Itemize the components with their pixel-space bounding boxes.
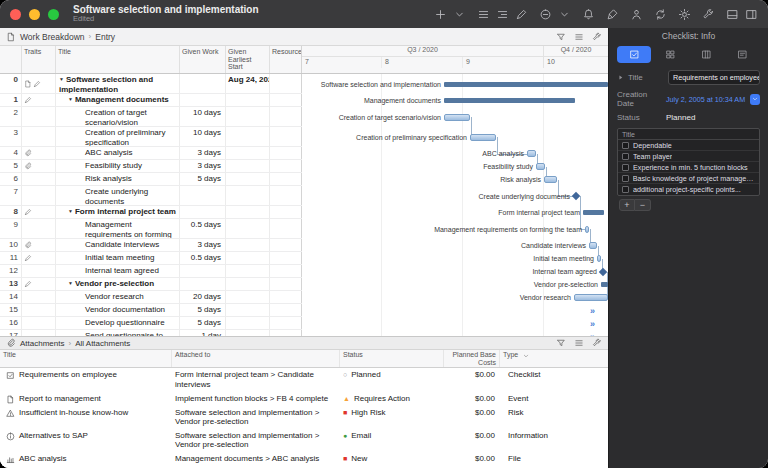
bell-button[interactable] bbox=[582, 8, 595, 21]
rows-icon[interactable] bbox=[574, 32, 584, 42]
wrench-icon[interactable] bbox=[592, 32, 602, 42]
status-value[interactable]: Planned bbox=[666, 113, 695, 122]
attachment-row[interactable]: Insufficient in-house know-howSoftware s… bbox=[0, 406, 608, 429]
gear-button[interactable] bbox=[678, 8, 691, 21]
gantt-task-bar[interactable] bbox=[585, 226, 589, 233]
col-header-traits[interactable]: Traits bbox=[22, 46, 56, 73]
chevron-down-button[interactable] bbox=[558, 8, 571, 21]
gantt-milestone[interactable] bbox=[572, 192, 580, 200]
gantt-task-bar[interactable] bbox=[444, 114, 470, 121]
wbs-row-4[interactable]: 4ABC analysis3 days bbox=[0, 147, 302, 160]
wbs-row-5[interactable]: 5Feasibility study3 days bbox=[0, 160, 302, 173]
chevron-down-icon[interactable] bbox=[522, 352, 530, 360]
gantt-milestone[interactable] bbox=[599, 267, 607, 275]
attachment-row[interactable]: ABC analysisManagement documents > ABC a… bbox=[0, 452, 608, 466]
indent-button[interactable] bbox=[496, 8, 509, 21]
wbs-row-17[interactable]: 17Send questionnaire to pre-1 day bbox=[0, 330, 302, 336]
disclosure-triangle-icon[interactable]: ▼ bbox=[68, 281, 73, 287]
wbs-row-15[interactable]: 15Vendor documentation5 days bbox=[0, 304, 302, 317]
panel-right-button[interactable] bbox=[745, 8, 758, 21]
gantt-task-bar[interactable] bbox=[527, 150, 536, 157]
funnel-icon[interactable] bbox=[556, 338, 566, 348]
gantt-task-bar[interactable] bbox=[574, 294, 608, 301]
remove-item-button[interactable]: − bbox=[635, 199, 651, 211]
funnel-icon[interactable] bbox=[556, 32, 566, 42]
checkbox-unchecked[interactable] bbox=[622, 153, 629, 160]
wbs-row-12[interactable]: 12Internal team agreed bbox=[0, 265, 302, 278]
inspector-tab-checkbox[interactable] bbox=[617, 46, 651, 63]
disclosure-triangle-icon[interactable]: ▼ bbox=[59, 77, 64, 83]
checkbox-unchecked[interactable] bbox=[622, 164, 629, 171]
checklist-item[interactable]: Basic knowledge of project management bbox=[618, 173, 759, 184]
close-button[interactable] bbox=[10, 9, 21, 20]
attach-col-type[interactable]: Type bbox=[500, 350, 600, 367]
disclosure-triangle-icon[interactable]: ▼ bbox=[68, 97, 73, 103]
wbs-row-16[interactable]: 16Develop questionnaire5 days bbox=[0, 317, 302, 330]
checklist-item[interactable]: Experience in min. 5 function blocks bbox=[618, 162, 759, 173]
inspector-tab-note[interactable] bbox=[726, 46, 760, 63]
col-header-resources[interactable]: Resources bbox=[270, 46, 302, 73]
attach-col-title[interactable]: Title bbox=[0, 350, 172, 367]
attach-col-planned-base-costs[interactable]: Planned Base Costs bbox=[444, 350, 500, 367]
gantt-summary-bar[interactable] bbox=[444, 82, 608, 87]
attach-col-attached-to[interactable]: Attached to bbox=[172, 350, 340, 367]
wbs-row-11[interactable]: 11Initial team meeting0.5 days bbox=[0, 252, 302, 265]
attachment-row[interactable]: Alternatives to SAPSoftware selection an… bbox=[0, 429, 608, 452]
gantt-summary-bar[interactable] bbox=[583, 210, 604, 215]
wbs-row-7[interactable]: 7Create underlying documents bbox=[0, 186, 302, 206]
date-picker-button[interactable] bbox=[750, 94, 760, 105]
attachment-row[interactable]: Requirements on employeeForm internal pr… bbox=[0, 368, 608, 391]
wbs-row-1[interactable]: 1▼Management documents bbox=[0, 94, 302, 107]
panel-bottom-button[interactable] bbox=[726, 8, 739, 21]
wbs-row-2[interactable]: 2Creation of target scenario/vision10 da… bbox=[0, 107, 302, 127]
gantt-task-bar[interactable] bbox=[470, 134, 496, 141]
zoom-button[interactable] bbox=[48, 9, 59, 20]
attachments-path[interactable]: Attachments bbox=[20, 339, 64, 348]
title-field-value[interactable]: Requirements on employee bbox=[668, 70, 760, 85]
wbs-row-8[interactable]: 8▼Form internal project team bbox=[0, 206, 302, 219]
checklist-item[interactable]: Dependable bbox=[618, 140, 759, 151]
person-button[interactable] bbox=[630, 8, 643, 21]
add-item-button[interactable]: + bbox=[619, 199, 635, 211]
breadcrumb-view[interactable]: Entry bbox=[95, 32, 115, 42]
wbs-row-9[interactable]: 9Management requirements on forming the … bbox=[0, 219, 302, 239]
wbs-row-3[interactable]: 3Creation of preliminary specification10… bbox=[0, 127, 302, 147]
gantt-task-bar[interactable] bbox=[589, 242, 597, 249]
plus-button[interactable] bbox=[434, 8, 447, 21]
inspector-tab-grid[interactable] bbox=[653, 46, 687, 63]
creation-date-value[interactable]: July 2, 2005 at 10:34 AM bbox=[666, 95, 745, 104]
checklist-item[interactable]: additional project-specific points... bbox=[618, 184, 759, 195]
pencil-button[interactable] bbox=[515, 8, 528, 21]
sync-button[interactable] bbox=[654, 8, 667, 21]
checklist-item[interactable]: Team player bbox=[618, 151, 759, 162]
gantt-task-bar[interactable] bbox=[536, 163, 545, 170]
minus-circle-button[interactable] bbox=[539, 8, 552, 21]
disclosure-triangle-icon[interactable]: ▼ bbox=[68, 209, 73, 215]
chevron-down-button[interactable] bbox=[453, 8, 466, 21]
attachment-row[interactable]: Report to managementImplement function b… bbox=[0, 392, 608, 406]
checkbox-unchecked[interactable] bbox=[622, 175, 629, 182]
wbs-row-6[interactable]: 6Risk analysis5 days bbox=[0, 173, 302, 186]
attachments-view[interactable]: All Attachments bbox=[75, 339, 130, 348]
col-header-number[interactable] bbox=[0, 46, 22, 73]
brush-button[interactable] bbox=[606, 8, 619, 21]
triangle-right-icon[interactable] bbox=[617, 74, 624, 81]
gantt-summary-bar[interactable] bbox=[601, 282, 608, 287]
gantt-task-bar[interactable] bbox=[597, 255, 601, 262]
col-header-given-work[interactable]: Given Work bbox=[180, 46, 226, 73]
breadcrumb-path[interactable]: Work Breakdown bbox=[20, 32, 85, 42]
rows-icon[interactable] bbox=[574, 338, 584, 348]
wbs-row-13[interactable]: 13▼Vendor pre-selection bbox=[0, 278, 302, 291]
minimize-button[interactable] bbox=[29, 9, 40, 20]
col-header-title[interactable]: Title bbox=[56, 46, 180, 73]
inspector-tab-columns[interactable] bbox=[690, 46, 724, 63]
wbs-row-14[interactable]: 14Vendor research20 days bbox=[0, 291, 302, 304]
gantt-summary-bar[interactable] bbox=[444, 98, 575, 103]
wrench-icon[interactable] bbox=[592, 338, 602, 348]
checkbox-unchecked[interactable] bbox=[622, 186, 629, 193]
col-header-given-earliest-start[interactable]: Given Earliest Start bbox=[226, 46, 270, 73]
gantt-task-bar[interactable] bbox=[544, 176, 557, 183]
wrench-button[interactable] bbox=[702, 8, 715, 21]
wbs-row-10[interactable]: 10Candidate interviews3 days bbox=[0, 239, 302, 252]
wbs-row-0[interactable]: 0▼Software selection and implementationA… bbox=[0, 74, 302, 94]
